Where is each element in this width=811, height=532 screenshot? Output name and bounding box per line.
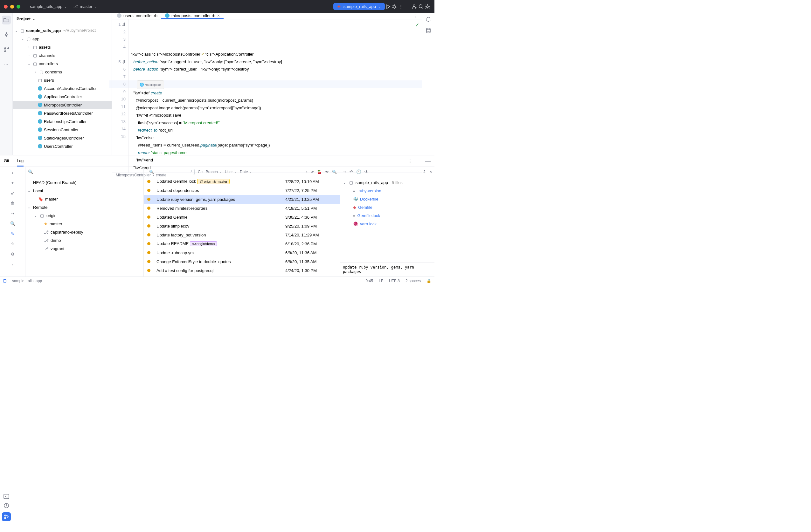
commit-row[interactable]: Update README 🏷 origin/demo6/18/20, 2:36… (144, 239, 340, 248)
tree-node-ctrl-0[interactable]: 🔧AccountActivationsController (13, 84, 112, 93)
tree-node-assets[interactable]: ›▢assets (13, 43, 112, 51)
module-icon[interactable] (3, 279, 6, 283)
close-window[interactable] (4, 5, 7, 9)
tree-root[interactable]: ⌄ ▢ sample_rails_app ~/RubymineProject (13, 26, 112, 35)
code-area[interactable]: 1 ⇵234 5 ⇵6789101112131415 ✓ "kw">class … (112, 19, 422, 173)
commit-row[interactable]: Update ruby version, gems, yarn packages… (144, 195, 340, 204)
status-project[interactable]: sample_rails_app (12, 279, 42, 283)
changes-tree[interactable]: ⌄▢sample_rails_app5 files ≡.ruby-version… (340, 177, 434, 262)
commit-tool-button[interactable] (2, 30, 11, 39)
commit-row[interactable]: Update .rubocop.yml 6/8/20, 11:36 AM (144, 248, 340, 257)
collapse-icon[interactable]: › (9, 260, 17, 268)
git-tab-git[interactable]: Git (4, 155, 9, 167)
change-file-3[interactable]: ≡Gemfile.lock (340, 212, 434, 220)
remote-branch-0[interactable]: ★master (26, 220, 143, 228)
change-file-0[interactable]: ≡.ruby-version (340, 187, 434, 195)
changes-root[interactable]: ⌄▢sample_rails_app5 files (340, 178, 434, 187)
delete-icon[interactable]: 🗑 (9, 199, 17, 207)
more-actions-button[interactable]: ⋮ (398, 3, 404, 10)
expand-icon[interactable]: ‹ (9, 169, 17, 176)
project-tree[interactable]: ⌄ ▢ sample_rails_app ~/RubymineProject ⌄… (13, 25, 112, 155)
branch-label: demo (50, 238, 61, 243)
commit-row[interactable]: Change EnforcedStyle to double_quotes 6/… (144, 257, 340, 266)
code-with-me-icon[interactable] (412, 3, 418, 10)
minimize-window[interactable] (10, 5, 14, 9)
code[interactable]: ✓ "kw">class "cls">MicropostsController … (128, 19, 422, 173)
origin-group[interactable]: ⌄▢origin (26, 212, 143, 220)
editor-tab-0[interactable]: users_controller.rb (113, 13, 161, 19)
remote-group[interactable]: ⌄Remote (26, 203, 143, 212)
tree-label: assets (39, 45, 51, 50)
problems-ok-icon[interactable]: ✓ (415, 21, 419, 29)
head-branch[interactable]: HEAD (Current Branch) (26, 178, 143, 187)
rails-icon: ❖ (337, 4, 341, 9)
project-tool-button[interactable] (2, 16, 11, 25)
run-config-selector[interactable]: ❖ sample_rails_app ⌄ (333, 3, 385, 10)
project-selector[interactable]: sample_rails_app ⌄ (27, 3, 70, 10)
local-branch-master[interactable]: 🔖master (26, 195, 143, 203)
run-button[interactable] (385, 3, 391, 10)
commit-list[interactable]: Updated Gemfile.lock 🏷 origin & master7/… (144, 177, 340, 277)
file-encoding[interactable]: UTF-8 (389, 279, 400, 283)
tree-node-ctrl-4[interactable]: 🔧RelationshipsController (13, 117, 112, 126)
search-icon[interactable] (418, 3, 424, 10)
git-tab-log[interactable]: Log (17, 155, 24, 167)
branch-selector[interactable]: ⎇ master ⌄ (70, 3, 100, 10)
tree-node-ctrl-1[interactable]: 🔧ApplicationController (13, 93, 112, 101)
local-group[interactable]: ⌄Local (26, 187, 143, 195)
remote-branch-3[interactable]: ⎇vagrant (26, 245, 143, 253)
commit-row[interactable]: Updated Gemfile 3/30/21, 4:36 PM (144, 213, 340, 221)
commit-row[interactable]: Update simplecov 9/25/20, 1:09 PM (144, 221, 340, 230)
change-file-2[interactable]: ◆Gemfile (340, 203, 434, 212)
change-file-4[interactable]: 🧶yarn.lock (340, 220, 434, 228)
editor-tab-1[interactable]: microposts_controller.rb× (161, 13, 224, 19)
tree-node-app[interactable]: ⌄▢app (13, 35, 112, 43)
checkout-icon[interactable]: ↙ (9, 189, 17, 197)
branch-tree[interactable]: HEAD (Current Branch) ⌄Local 🔖master ⌄Re… (26, 177, 143, 277)
commit-row[interactable]: Updated Gemfile.lock 🏷 origin & master7/… (144, 177, 340, 186)
maximize-window[interactable] (17, 5, 20, 9)
remote-branch-1[interactable]: ⎇capistrano-deploy (26, 228, 143, 236)
tree-node-ctrl-6[interactable]: 🔧StaticPagesController (13, 134, 112, 142)
database-icon[interactable] (426, 28, 431, 33)
commit-row[interactable]: Update factory_bot version 7/14/20, 11:2… (144, 230, 340, 239)
indent[interactable]: 2 spaces (406, 279, 421, 283)
commit-row[interactable]: Add a test config for postgresql 4/24/20… (144, 266, 340, 275)
branch-icon: ⎇ (44, 246, 49, 251)
more-tools-button[interactable]: ⋯ (2, 59, 11, 68)
commit-row[interactable]: Removed minitest-reporters 4/19/21, 5:51… (144, 204, 340, 213)
diff-icon[interactable]: ⇢ (9, 209, 17, 217)
close-tab-icon[interactable]: × (217, 13, 220, 18)
right-tool-rail (422, 13, 434, 155)
line-separator[interactable]: LF (379, 279, 383, 283)
change-file-1[interactable]: 🐳Dockerfile (340, 195, 434, 203)
close-icon[interactable]: × (429, 169, 432, 174)
tree-node-controllers[interactable]: ⌄▢controllers (13, 59, 112, 68)
favorite-icon[interactable]: ☆ (9, 240, 17, 248)
project-panel-header[interactable]: Project ⌄ (13, 13, 112, 25)
caret-position[interactable]: 9:45 (366, 279, 373, 283)
main-area: ⋯ Project ⌄ ⌄ ▢ sample_rails_app ~/Rubym… (0, 13, 434, 155)
settings-icon[interactable] (424, 3, 431, 10)
commit-row[interactable]: Updated dependencies 7/27/22, 7:25 PM (144, 186, 340, 195)
tree-node-ctrl-7[interactable]: 🔧UsersController (13, 142, 112, 150)
tree-node-channels[interactable]: ›▢channels (13, 51, 112, 59)
notifications-icon[interactable] (426, 16, 431, 22)
hide-panel-icon[interactable]: — (425, 158, 431, 164)
readonly-icon[interactable]: 🔒 (427, 279, 431, 283)
tree-node-ctrl-5[interactable]: 🔧SessionsController (13, 126, 112, 134)
find-icon[interactable]: 🔍 (9, 220, 17, 227)
debug-button[interactable] (391, 3, 398, 10)
structure-tool-button[interactable] (2, 45, 11, 54)
settings-icon[interactable]: ⚙ (9, 250, 17, 258)
tree-node-ctrl-3[interactable]: 🔧PasswordResetsController (13, 109, 112, 117)
expand-icon[interactable]: ⇕ (423, 169, 426, 174)
edit-icon[interactable]: ✎ (9, 230, 17, 237)
tree-node-concerns[interactable]: ›▢concerns (13, 68, 112, 76)
tree-node-users[interactable]: ▢users (13, 76, 112, 84)
tree-node-ctrl-2[interactable]: 🔧MicropostsController (13, 101, 112, 109)
tab-label: microposts_controller.rb (171, 13, 215, 18)
add-icon[interactable]: ＋ (9, 179, 17, 187)
remote-branch-2[interactable]: ⎇demo (26, 236, 143, 245)
tab-more-icon[interactable]: ⋮ (411, 14, 420, 18)
